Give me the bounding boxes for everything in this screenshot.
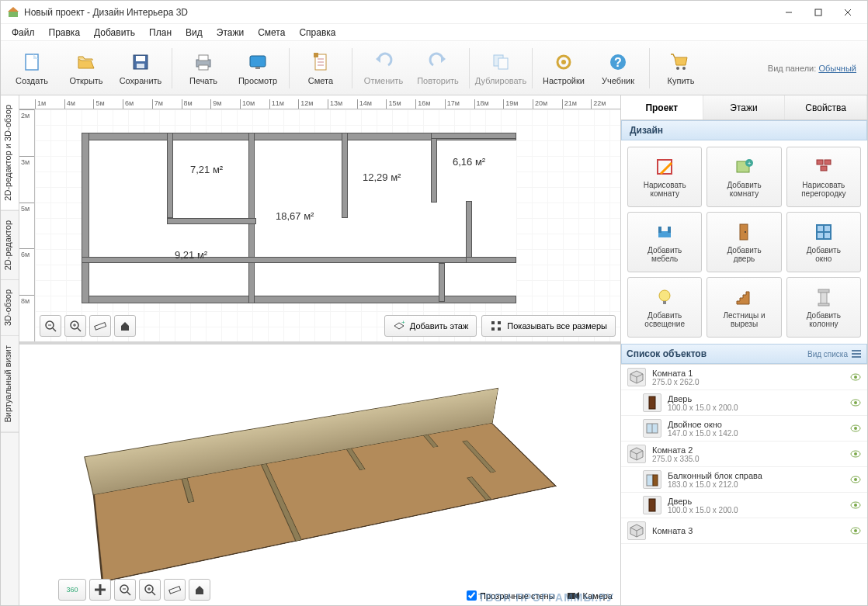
menu-Добавить[interactable]: Добавить <box>88 26 141 40</box>
transparent-walls-checkbox[interactable]: Прозрачные стены <box>467 590 554 601</box>
open-icon <box>75 51 97 73</box>
toolbar-settings-button[interactable]: Настройки <box>537 44 590 92</box>
svg-rect-55 <box>568 593 575 599</box>
svg-line-47 <box>127 592 130 595</box>
menu-Этажи[interactable]: Этажи <box>210 26 250 40</box>
zoom-in-3d-button[interactable] <box>139 579 161 601</box>
object-item[interactable]: Комната 3 <box>621 518 867 544</box>
visibility-icon[interactable] <box>850 501 861 509</box>
svg-rect-100 <box>647 475 653 486</box>
toolbar-new-button[interactable]: Создать <box>5 44 58 92</box>
object-item[interactable]: Балконный блок справа183.0 x 15.0 x 212.… <box>621 467 867 493</box>
partition-icon <box>813 156 835 178</box>
window-button[interactable]: Добавитьокно <box>786 212 861 272</box>
furniture-button[interactable]: Добавитьмебель <box>627 212 702 272</box>
vtab-1[interactable]: 2D-редактор <box>1 211 19 280</box>
balcony-icon <box>643 470 661 489</box>
menu-Правка[interactable]: Правка <box>43 26 87 40</box>
visibility-icon[interactable] <box>850 527 861 535</box>
svg-rect-44 <box>491 327 495 331</box>
home-button[interactable] <box>114 315 136 337</box>
undo-icon <box>373 51 394 73</box>
minimize-button[interactable] <box>776 3 802 22</box>
toolbar-help-button[interactable]: ?Учебник <box>592 44 644 92</box>
add-floor-button[interactable]: + Добавить этаж <box>384 315 477 337</box>
svg-point-99 <box>854 452 857 455</box>
rtab-Свойства[interactable]: Свойства <box>785 95 867 119</box>
pan-button[interactable] <box>89 579 111 601</box>
object-item[interactable]: Комната 1275.0 x 262.0 <box>621 365 867 390</box>
svg-rect-14 <box>250 56 266 67</box>
svg-rect-101 <box>653 475 658 486</box>
camera-button[interactable]: Камера <box>568 591 613 601</box>
column-icon <box>813 286 835 308</box>
svg-rect-74 <box>663 301 666 304</box>
visibility-icon[interactable] <box>850 476 861 483</box>
menu-Смета[interactable]: Смета <box>252 26 291 40</box>
plan-canvas[interactable]: 7,21 м² 18,67 м² 12,29 м² 6,16 м² 9,21 м… <box>35 109 620 341</box>
toolbar-print-button[interactable]: Печать <box>177 44 230 92</box>
svg-rect-68 <box>740 224 748 240</box>
toolbar-screen-button[interactable]: Просмотр <box>231 44 284 92</box>
panel-mode-label: Вид панели: Обычный <box>768 64 863 73</box>
svg-rect-87 <box>649 396 655 409</box>
light-button[interactable]: Добавитьосвещение <box>627 277 702 338</box>
svg-line-35 <box>78 328 81 331</box>
object-item[interactable]: Комната 2275.0 x 335.0 <box>621 442 867 467</box>
room-area-label: 9,21 м² <box>175 249 207 261</box>
cart-icon <box>670 51 692 73</box>
vtab-3[interactable]: Виртуальный визит <box>1 336 19 433</box>
svg-rect-15 <box>255 67 260 69</box>
svg-rect-6 <box>26 54 38 70</box>
rotate-360-button[interactable]: 360 <box>58 579 86 601</box>
door-button[interactable]: Добавитьдверь <box>707 212 781 272</box>
panel-mode-link[interactable]: Обычный <box>818 64 856 73</box>
visibility-icon[interactable] <box>850 373 861 381</box>
help-icon: ? <box>607 51 629 73</box>
menu-Файл[interactable]: Файл <box>5 26 41 40</box>
close-button[interactable] <box>835 3 861 22</box>
vtab-0[interactable]: 2D-редактор и 3D-обзор <box>1 95 19 211</box>
zoom-out-button[interactable] <box>40 315 61 337</box>
new-icon <box>21 51 43 73</box>
rtab-Этажи[interactable]: Этажи <box>703 95 786 119</box>
object-item[interactable]: Двойное окно147.0 x 15.0 x 142.0 <box>621 416 867 442</box>
stairs-button[interactable]: Лестницы ивырезы <box>707 277 781 338</box>
rtab-Проект[interactable]: Проект <box>621 95 703 119</box>
room-area-label: 18,67 м² <box>276 210 314 222</box>
vtab-2[interactable]: 3D-обзор <box>1 280 19 336</box>
maximize-button[interactable] <box>805 3 832 22</box>
partition-button[interactable]: Нарисоватьперегородку <box>786 147 861 207</box>
zoom-out-3d-button[interactable] <box>114 579 136 601</box>
visibility-icon[interactable] <box>850 399 861 407</box>
ruler-3d-button[interactable] <box>164 579 186 601</box>
object-item[interactable]: Дверь100.0 x 15.0 x 200.0 <box>621 493 867 518</box>
column-button[interactable]: Добавитьколонну <box>786 277 861 338</box>
list-mode-icon[interactable] <box>851 348 862 359</box>
toolbar-open-button[interactable]: Открыть <box>60 44 113 92</box>
menu-План[interactable]: План <box>143 26 178 40</box>
visibility-icon[interactable] <box>850 424 861 432</box>
settings-icon <box>553 51 575 73</box>
toolbar-cart-button[interactable]: Купить <box>654 44 707 92</box>
view-3d[interactable]: 360 Прозрачные стены Камера ТВОИ ПРОГРАМ… <box>19 341 620 605</box>
menu-Вид[interactable]: Вид <box>179 26 209 40</box>
show-dimensions-button[interactable]: Показывать все размеры <box>481 315 616 337</box>
duplicate-icon <box>490 51 512 73</box>
menu-Справка[interactable]: Справка <box>293 26 342 40</box>
object-item[interactable]: Дверь100.0 x 15.0 x 200.0 <box>621 390 867 416</box>
svg-text:?: ? <box>614 56 622 69</box>
measure-button[interactable] <box>89 315 111 337</box>
zoom-in-button[interactable] <box>64 315 86 337</box>
draw-room-button[interactable]: Нарисоватькомнату <box>627 147 702 207</box>
home-3d-button[interactable] <box>189 579 210 601</box>
toolbar-save-button[interactable]: Сохранить <box>114 44 167 92</box>
svg-point-89 <box>854 401 857 404</box>
visibility-icon[interactable] <box>850 450 861 458</box>
add-room-button[interactable]: +Добавитькомнату <box>707 147 781 207</box>
redo-icon <box>427 51 449 73</box>
cube-icon <box>627 368 646 386</box>
toolbar-estimate-button[interactable]: Смета <box>294 44 347 92</box>
cube-icon <box>627 521 646 540</box>
list-mode-label: Вид списка <box>807 350 848 358</box>
